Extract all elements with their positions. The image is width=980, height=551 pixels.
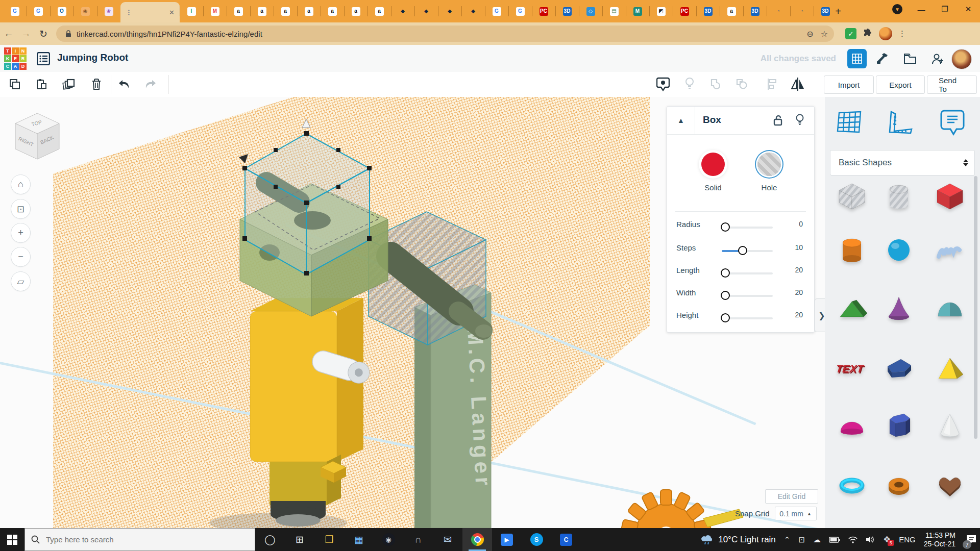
3d-tab[interactable]: 3D (696, 0, 720, 22)
taskbar-icon-steam[interactable]: ◉ (374, 528, 403, 551)
onedrive-cloud-icon[interactable]: ☁ (813, 535, 821, 544)
solid-material-option[interactable]: Solid (685, 153, 741, 192)
redo-icon[interactable] (143, 77, 158, 92)
shape-paraboloid[interactable] (934, 408, 966, 441)
perspective-toggle-button[interactable]: ▱ (11, 271, 31, 291)
diamond-tab[interactable]: ◆ (438, 0, 461, 22)
workplane-tool-icon[interactable] (835, 108, 864, 137)
browser-avatar[interactable] (879, 27, 892, 40)
tab-close-icon[interactable]: ✕ (169, 9, 175, 16)
taskbar-icon-file-explorer[interactable]: ❒ (314, 528, 344, 551)
shape-text[interactable]: TEXT TEXT (836, 352, 868, 385)
taskbar-search[interactable] (24, 528, 255, 551)
projects-folder-icon[interactable] (900, 49, 920, 68)
start-button[interactable] (0, 528, 24, 551)
amazon-tab[interactable]: a (344, 0, 368, 22)
restore-button[interactable]: ❐ (933, 5, 957, 14)
shapes-scrollbar[interactable] (974, 176, 977, 439)
taskbar-icon-c-app[interactable]: C (551, 528, 581, 551)
slider-knob[interactable] (721, 222, 730, 232)
shape-cylinder[interactable] (836, 233, 868, 266)
diamond-tab[interactable]: ◆ (391, 0, 414, 22)
shape-sphere[interactable] (883, 233, 915, 266)
import-button[interactable]: Import (824, 76, 874, 94)
duplicate-icon[interactable] (61, 77, 77, 92)
pcmag-tab[interactable]: PC (673, 0, 696, 22)
tray-chevron-icon[interactable]: ⌃ (784, 535, 791, 544)
minimize-button[interactable]: — (910, 5, 933, 14)
maker-tab[interactable]: M (626, 0, 649, 22)
cube-tab[interactable]: ◩ (649, 0, 673, 22)
3d-tab[interactable]: 3D (743, 0, 767, 22)
battery-icon[interactable] (829, 537, 840, 543)
export-button[interactable]: Export (876, 76, 925, 94)
shape-round-roof[interactable] (934, 291, 966, 323)
align-icon[interactable] (765, 77, 780, 92)
shape-roof[interactable] (836, 291, 868, 323)
tab-search-icon[interactable]: ▼ (892, 4, 902, 14)
slider-knob[interactable] (721, 268, 730, 278)
diamond-tab[interactable]: ◆ (461, 0, 485, 22)
slider-track[interactable] (722, 227, 773, 229)
notes-tool-icon[interactable] (938, 108, 967, 137)
view-cube[interactable]: TOP RIGHT BACK (9, 110, 65, 163)
shape-box-hole[interactable] (836, 180, 868, 212)
slider-track[interactable] (722, 250, 773, 252)
slider-knob[interactable] (738, 246, 747, 255)
home-view-button[interactable]: ⌂ (11, 174, 31, 194)
shape-cylinder-hole[interactable] (883, 180, 915, 212)
art-tab[interactable]: ❀ (97, 0, 120, 22)
zoom-in-button[interactable]: + (11, 223, 31, 243)
shape-heart[interactable] (934, 467, 966, 499)
translate-tab[interactable]: G (27, 0, 50, 22)
language-indicator[interactable]: ENG (899, 535, 916, 544)
3d-tab[interactable]: 3D (555, 0, 579, 22)
send-to-button[interactable]: Send To (927, 76, 977, 94)
slider-knob[interactable] (721, 291, 730, 300)
translate-tab[interactable]: G (3, 0, 27, 22)
updates-badge-icon[interactable]: ❖ 5 (883, 534, 891, 545)
user-avatar[interactable] (951, 49, 972, 69)
google-tab[interactable]: G (508, 0, 532, 22)
shape-pyramid[interactable] (934, 352, 966, 385)
hide-shape-bulb-icon[interactable] (796, 114, 804, 126)
url-input[interactable]: tinkercad.com/things/hn1PNfi2P4Y-fantast… (56, 26, 834, 42)
shape-category-select[interactable]: Basic Shapes (830, 150, 975, 176)
globe-tab[interactable]: ◔ (767, 0, 790, 22)
diamond-tab[interactable]: ◆ (414, 0, 438, 22)
back-icon[interactable]: ← (0, 28, 17, 39)
tinkercad-logo[interactable]: TINKERCAD (4, 47, 27, 70)
wifi-icon[interactable] (848, 536, 857, 543)
profile-tab[interactable]: ◉ (74, 0, 97, 22)
zoom-out-button[interactable]: − (11, 247, 31, 267)
shape-ring[interactable] (836, 467, 868, 499)
reload-icon[interactable]: ↻ (35, 28, 52, 40)
unlock-icon[interactable] (773, 115, 782, 126)
collapse-panel-button[interactable]: ▲ (667, 107, 695, 134)
amazon-tab[interactable]: a (720, 0, 743, 22)
shape-scribble[interactable] (934, 233, 966, 266)
gmail-tab[interactable]: M (203, 0, 227, 22)
shape-box[interactable] (934, 180, 966, 212)
snap-grid-select[interactable]: 0.1 mm▲ (775, 507, 817, 520)
shape-polygon[interactable] (883, 352, 915, 385)
taskbar-icon-mail[interactable]: ✉ (433, 528, 462, 551)
taskbar-icon-meet[interactable]: ▶ (492, 528, 522, 551)
slider-knob[interactable] (721, 313, 730, 322)
volume-icon[interactable] (866, 536, 875, 543)
page-title[interactable]: Jumping Robot (57, 52, 128, 63)
shape-half-sphere[interactable] (836, 408, 868, 441)
fit-view-button[interactable]: ⊡ (11, 199, 31, 219)
amazon-tab[interactable]: a (227, 0, 250, 22)
pcmag-tab[interactable]: PC (532, 0, 555, 22)
delete-icon[interactable] (89, 77, 104, 92)
amazon-tab[interactable]: a (321, 0, 344, 22)
checkmark-extension-icon[interactable]: ✓ (845, 28, 856, 39)
copy-icon[interactable] (7, 77, 22, 92)
close-button[interactable]: ✕ (957, 5, 980, 14)
shape-prism[interactable] (883, 408, 915, 441)
paste-icon[interactable] (34, 77, 49, 92)
browser-menu-icon[interactable]: ⋮ (898, 29, 906, 38)
ruler-tool-icon[interactable] (886, 108, 915, 137)
active-tab-tinkercad[interactable]: ⋮ ✕ (120, 2, 180, 22)
